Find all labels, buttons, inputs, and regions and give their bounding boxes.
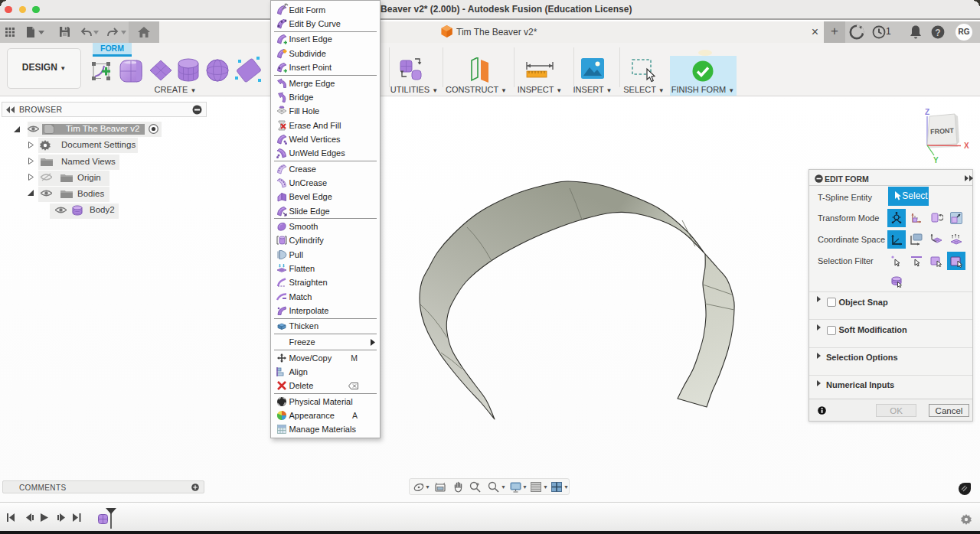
svg-text:Y: Y xyxy=(933,156,939,164)
svg-text:?: ? xyxy=(935,28,940,38)
svg-text:Z: Z xyxy=(925,108,929,116)
svg-text:X: X xyxy=(964,142,969,150)
svg-text:FRONT: FRONT xyxy=(930,127,955,136)
